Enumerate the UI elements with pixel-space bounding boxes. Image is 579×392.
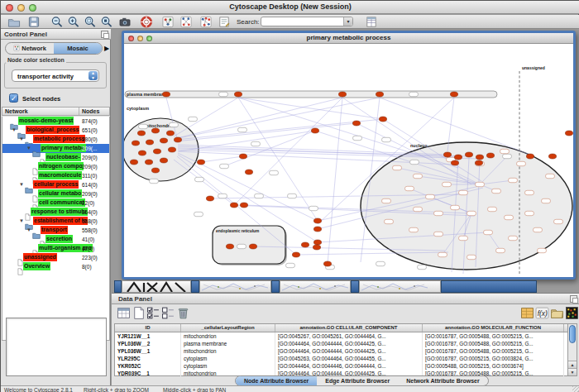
unselect-attributes-icon[interactable]	[161, 306, 175, 320]
network-node[interactable]	[168, 147, 175, 152]
network-node[interactable]	[146, 140, 153, 145]
node-label-pill[interactable]	[382, 198, 391, 203]
node-label-pill[interactable]	[505, 215, 514, 219]
network-edge[interactable]	[238, 98, 318, 221]
network-view-window[interactable]: primary metabolic process plasma membran…	[122, 31, 576, 280]
heatmap-icon[interactable]	[565, 306, 579, 320]
node-label-pill[interactable]	[255, 194, 264, 198]
network-node[interactable]	[292, 252, 299, 257]
tree-header-network[interactable]: Network	[2, 108, 79, 115]
zoom-selected-icon[interactable]	[84, 16, 97, 28]
snapshot-icon[interactable]	[118, 16, 132, 28]
node-label-pill[interactable]	[376, 261, 385, 265]
node-label-pill[interactable]	[353, 136, 362, 140]
tree-item[interactable]: multi-organism pro42(0)	[2, 244, 109, 253]
network-node[interactable]	[132, 141, 139, 146]
network-node[interactable]	[197, 160, 204, 165]
node-label-pill[interactable]	[170, 122, 179, 127]
network-node[interactable]	[454, 155, 462, 160]
network-node[interactable]	[548, 154, 556, 159]
float-panel-icon[interactable]	[101, 31, 108, 38]
node-label-pill[interactable]	[393, 165, 402, 170]
layout-blue-icon[interactable]	[199, 16, 213, 28]
network-canvas[interactable]: plasma membranecytoplasmmitochondrionnuc…	[124, 44, 573, 277]
node-label-pill[interactable]	[150, 179, 159, 183]
network-node[interactable]	[249, 244, 256, 249]
node-label-pill[interactable]	[476, 182, 485, 186]
scroll-up-icon[interactable]: ▲	[568, 361, 577, 368]
node-label-pill[interactable]	[385, 219, 394, 223]
node-label-pill[interactable]	[410, 160, 419, 164]
column-header[interactable]: annotation.GO CELLULAR_COMPONENT	[275, 324, 423, 332]
search-dropdown-arrow[interactable]: ▾	[343, 17, 352, 26]
node-label-pill[interactable]	[542, 198, 551, 203]
birds-eye-view[interactable]	[6, 318, 107, 376]
tree-item[interactable]: nitrogen compo209(0)	[2, 162, 109, 171]
node-label-pill[interactable]	[467, 211, 476, 215]
node-label-pill[interactable]	[382, 137, 391, 141]
node-label-pill[interactable]	[405, 186, 414, 190]
node-label-pill[interactable]	[467, 255, 476, 259]
node-label-pill[interactable]	[525, 190, 534, 194]
column-header[interactable]: _cellularLayoutRegion	[181, 324, 275, 332]
network-node[interactable]	[206, 196, 213, 201]
tree-item[interactable]: response to stimulu264(0)	[2, 208, 109, 217]
node-label-pill[interactable]	[546, 174, 555, 178]
network-graph[interactable]: plasma membranecytoplasmmitochondrionnuc…	[124, 44, 573, 277]
minimized-window-bar[interactable]	[441, 280, 537, 293]
node-label-pill[interactable]	[517, 161, 526, 165]
network-node[interactable]	[138, 151, 146, 155]
node-label-pill[interactable]	[534, 227, 543, 232]
node-label-pill[interactable]	[496, 248, 505, 252]
attribute-table-icon[interactable]	[520, 306, 534, 320]
resize-grip[interactable]	[572, 386, 579, 392]
network-window-titlebar[interactable]: primary metabolic process	[124, 33, 573, 44]
new-attribute-icon[interactable]	[132, 306, 146, 320]
network-edge[interactable]	[174, 98, 238, 136]
network-node[interactable]	[174, 137, 181, 142]
minimized-window-bar[interactable]	[271, 280, 280, 293]
tab-network[interactable]: Network	[6, 43, 54, 54]
network-node[interactable]	[486, 153, 494, 158]
network-node[interactable]	[160, 158, 167, 163]
minimized-window-bar[interactable]	[114, 280, 122, 293]
network-edge[interactable]	[175, 119, 383, 140]
node-label-pill[interactable]	[189, 117, 198, 121]
tree-item[interactable]: nucleobase-209(0)	[2, 153, 109, 162]
node-label-pill[interactable]	[218, 194, 227, 198]
node-label-pill[interactable]	[270, 170, 279, 174]
node-label-pill[interactable]	[414, 207, 423, 211]
node-color-dropdown[interactable]: transporter activity ▲▼	[12, 69, 99, 82]
attribute-grid-icon[interactable]	[117, 306, 131, 320]
network-node[interactable]	[301, 242, 309, 247]
network-node[interactable]	[230, 203, 237, 208]
expander-icon[interactable]: ▼	[26, 226, 32, 235]
network-node[interactable]	[443, 152, 451, 157]
minimized-window-preview[interactable]	[122, 280, 191, 293]
tree-item[interactable]: Overview8(0)	[2, 262, 109, 271]
node-label-pill[interactable]	[409, 227, 419, 232]
network-node[interactable]	[475, 160, 482, 165]
tab-node-attribute-browser[interactable]: Node Attribute Browser	[236, 376, 317, 385]
network-node[interactable]	[565, 131, 572, 136]
node-label-pill[interactable]	[443, 182, 452, 186]
node-label-pill[interactable]	[538, 248, 547, 252]
tree-item[interactable]: ▼transport558(0)	[2, 226, 109, 235]
node-label-pill[interactable]	[434, 232, 443, 236]
column-header[interactable]: annotation.GO MOLECULAR_FUNCTION	[423, 324, 564, 332]
tree-item[interactable]: ▼establishment of lo558(0)	[2, 217, 109, 226]
expander-icon[interactable]: ▼	[19, 180, 25, 189]
node-label-pill[interactable]	[438, 252, 447, 256]
node-label-pill[interactable]	[451, 205, 460, 209]
layout-red-icon[interactable]	[179, 16, 193, 28]
network-node[interactable]	[145, 160, 152, 165]
expander-icon[interactable]: ▼	[26, 144, 32, 153]
node-label-pill[interactable]	[509, 178, 518, 182]
tree-item[interactable]: ▼biological_process651(0)	[2, 126, 109, 135]
vizmapper-icon[interactable]	[161, 16, 175, 28]
node-label-pill[interactable]	[554, 219, 563, 223]
node-label-pill[interactable]	[525, 211, 534, 215]
tree-item[interactable]: mosaic-demo-yeast874(0)	[2, 117, 109, 126]
select-attributes-icon[interactable]	[146, 306, 160, 320]
network-node[interactable]	[451, 160, 458, 165]
